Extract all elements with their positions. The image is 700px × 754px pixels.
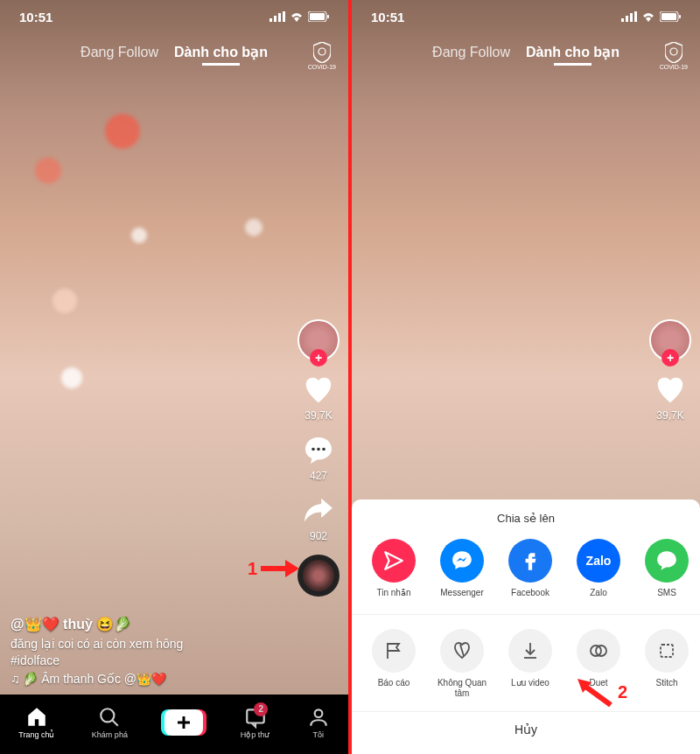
nav-discover[interactable]: Khám phá [92, 706, 128, 739]
share-count: 902 [310, 530, 327, 542]
status-indicators [621, 11, 681, 22]
comment-icon [303, 435, 334, 466]
svg-line-26 [460, 645, 464, 656]
nav-inbox[interactable]: Hộp thư 2 [241, 706, 270, 739]
annotation-1: 1 [248, 558, 299, 579]
download-icon [520, 640, 541, 661]
svg-rect-5 [310, 13, 325, 20]
feed-tabs: Đang Follow Dành cho bạn [352, 44, 700, 60]
signal-icon [621, 11, 637, 22]
share-row-actions[interactable]: Báo cáo Không Quan tâm Lưu video Duet St… [352, 614, 700, 699]
status-time: 10:51 [19, 10, 52, 24]
svg-point-7 [318, 48, 326, 55]
follow-plus-icon[interactable]: + [662, 349, 679, 367]
stitch-icon [656, 640, 677, 661]
share-row-apps[interactable]: Tin nhắn Messenger Facebook Zalo Zalo SM… [352, 539, 700, 598]
svg-point-10 [322, 448, 326, 451]
caption-hashtag[interactable]: #idolface [10, 653, 278, 667]
tab-following[interactable]: Đang Follow [80, 45, 158, 60]
svg-rect-2 [278, 13, 281, 22]
creator-avatar[interactable]: + [298, 319, 340, 361]
comment-button[interactable]: 427 [302, 434, 335, 482]
side-actions: + 39,7K [649, 319, 691, 422]
caption-music[interactable]: ♫ 🥬 Âm thanh Gốc @👑❤️ [10, 672, 278, 686]
phone-left: 10:51 Đang Follow Dành cho bạn COVID-19 … [0, 0, 348, 754]
duet-icon [588, 640, 609, 661]
svg-rect-3 [283, 11, 285, 22]
music-disc[interactable] [298, 555, 340, 597]
comment-count: 427 [310, 470, 327, 482]
svg-point-17 [314, 709, 322, 717]
nav-home[interactable]: Trang chủ [18, 706, 54, 739]
action-stitch[interactable]: Stitch [637, 629, 696, 699]
svg-rect-21 [634, 11, 637, 22]
follow-plus-icon[interactable]: + [310, 349, 327, 367]
share-messages[interactable]: Tin nhắn [364, 539, 424, 598]
svg-rect-19 [626, 16, 628, 22]
video-caption: @👑❤️ thuỳ 😆🥬 đăng lại coi có ai còn xem … [10, 616, 278, 686]
tab-following[interactable]: Đang Follow [432, 45, 510, 60]
like-count: 39,7K [304, 409, 332, 422]
nav-profile[interactable]: Tôi [307, 706, 330, 739]
wifi-icon [290, 11, 304, 22]
share-sms[interactable]: SMS [637, 539, 696, 598]
status-bar: 10:51 [0, 0, 348, 33]
nav-create[interactable] [164, 709, 203, 736]
status-time: 10:51 [371, 10, 404, 24]
side-actions: + 39,7K 427 902 [298, 319, 340, 597]
caption-username[interactable]: @👑❤️ thuỳ 😆🥬 [10, 616, 278, 632]
plus-icon [176, 715, 192, 730]
flag-icon [383, 640, 404, 661]
search-icon [98, 706, 121, 729]
action-not-interested[interactable]: Không Quan tâm [432, 629, 492, 699]
status-indicators [270, 11, 329, 22]
share-facebook[interactable]: Facebook [500, 539, 560, 598]
svg-rect-18 [621, 18, 624, 22]
svg-rect-0 [270, 18, 272, 22]
action-report[interactable]: Báo cáo [364, 629, 424, 699]
tab-for-you[interactable]: Dành cho bạn [174, 44, 268, 60]
like-button[interactable]: 39,7K [654, 374, 687, 422]
battery-icon [308, 11, 329, 22]
like-count: 39,7K [656, 409, 683, 422]
heart-icon [654, 374, 687, 407]
annotation-2: 2 [576, 677, 627, 707]
profile-icon [307, 706, 330, 729]
share-sheet: Chia sẻ lên Tin nhắn Messenger Facebook … [352, 499, 700, 754]
zalo-icon: Zalo [577, 539, 620, 583]
battery-icon [660, 11, 681, 22]
svg-line-13 [113, 720, 119, 726]
sms-icon [655, 549, 678, 572]
status-bar: 10:51 [352, 0, 700, 33]
facebook-icon [519, 549, 542, 572]
svg-rect-31 [661, 645, 673, 657]
messenger-icon [451, 549, 473, 572]
home-icon [25, 706, 48, 729]
svg-rect-20 [630, 13, 633, 22]
share-icon [302, 494, 335, 527]
heart-icon [302, 374, 335, 407]
svg-rect-24 [679, 15, 681, 18]
share-zalo[interactable]: Zalo Zalo [569, 539, 628, 598]
like-button[interactable]: 39,7K [302, 374, 335, 422]
share-messenger[interactable]: Messenger [432, 539, 492, 598]
svg-point-25 [670, 48, 677, 55]
svg-point-8 [312, 448, 315, 451]
covid-badge[interactable]: COVID-19 [308, 42, 336, 70]
covid-badge[interactable]: COVID-19 [660, 42, 688, 70]
send-icon [382, 549, 405, 572]
svg-point-12 [102, 709, 115, 722]
cancel-button[interactable]: Hủy [352, 711, 700, 737]
share-button[interactable]: 902 [302, 494, 335, 542]
phone-right: 10:51 Đang Follow Dành cho bạn COVID-19 … [352, 0, 700, 754]
signal-icon [270, 11, 285, 22]
bottom-nav: Trang chủ Khám phá Hộp thư 2 Tôi [0, 695, 348, 754]
svg-rect-6 [327, 15, 329, 18]
svg-rect-23 [662, 13, 676, 20]
action-save-video[interactable]: Lưu video [500, 629, 560, 699]
share-title: Chia sẻ lên [352, 512, 700, 525]
caption-text: đăng lại coi có ai còn xem hông [10, 637, 278, 651]
tab-for-you[interactable]: Dành cho bạn [526, 44, 620, 60]
heart-broken-icon [452, 640, 472, 661]
creator-avatar[interactable]: + [649, 319, 691, 361]
